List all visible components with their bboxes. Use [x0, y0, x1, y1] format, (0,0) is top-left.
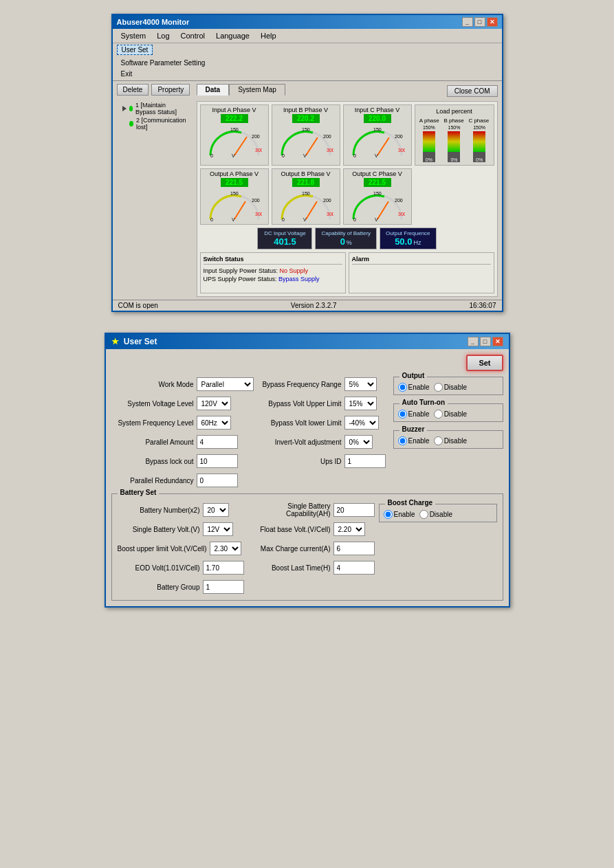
battery-grid: Battery Number(x2) 20 161822 Single Batt… [118, 502, 497, 594]
buzzer-enable-label[interactable]: Enable [398, 436, 430, 445]
input-a-label: Input A Phase V [212, 107, 256, 113]
load-bar-c: 0% [473, 131, 485, 162]
load-c-top: 150% [473, 125, 485, 130]
battery-number-label: Battery Number(x2) [118, 507, 200, 514]
auto-turnon-group: Auto Turn-on Enable Disable [393, 403, 503, 422]
svg-text:200: 200 [252, 134, 260, 139]
boost-charge-enable-text: Enable [394, 511, 415, 518]
boost-upper-label: Boost upper limit Volt.(V/Cell) [118, 545, 207, 553]
bypass-volt-lower-select[interactable]: -40% -30% -20% [344, 416, 379, 430]
set-button[interactable]: Set [466, 355, 503, 371]
parallel-amount-input[interactable] [197, 435, 238, 449]
output-freq-label: Output Frequence [386, 230, 430, 236]
tab-data[interactable]: Data [197, 84, 230, 96]
battery-group-label: Battery Group [118, 583, 200, 591]
bypass-lockout-row: Bypass lock out [111, 454, 254, 469]
maximize-button[interactable]: □ [474, 17, 485, 27]
parallel-redundancy-input[interactable] [197, 474, 238, 487]
boost-charge-enable-label[interactable]: Enable [384, 510, 415, 519]
bypass-lockout-input[interactable] [197, 454, 238, 468]
bypass-freq-range-select[interactable]: 5% 10% 15% [344, 377, 377, 391]
buzzer-disable-radio[interactable] [434, 436, 443, 445]
boost-upper-row: Boost upper limit Volt.(V/Cell) 2.30 2.3… [118, 541, 244, 556]
user-set-minimize-button[interactable]: _ [468, 337, 479, 346]
svg-line-6 [306, 137, 318, 155]
tree-label-1[interactable]: 1 [Maintain Bypass Status] [135, 102, 186, 115]
auto-turnon-enable-label[interactable]: Enable [398, 410, 430, 419]
boost-charge-enable-radio[interactable] [384, 510, 393, 519]
menu-system[interactable]: System [116, 30, 152, 41]
input-c-gauge: Input C Phase V 220.0 0 150 200 300 V [343, 104, 412, 166]
menu-log[interactable]: Log [151, 30, 175, 41]
title-star: ★ [111, 337, 119, 346]
battery-group-input[interactable] [203, 580, 244, 594]
max-charge-current-input[interactable] [333, 542, 375, 555]
output-c-label: Output C Phase V [352, 170, 402, 177]
output-c-gauge: Output C Phase V 221.5 0 150 200 300 V [343, 168, 412, 225]
system-frequency-select[interactable]: 60Hz 50Hz [197, 416, 231, 430]
auto-turnon-disable-label[interactable]: Disable [434, 410, 467, 419]
invert-volt-select[interactable]: 0% 1% 2% [344, 435, 373, 449]
svg-line-18 [234, 201, 245, 219]
eod-volt-input[interactable] [203, 561, 244, 575]
placeholder-area [415, 168, 494, 225]
boost-last-time-input[interactable] [333, 561, 375, 575]
load-c-value: 0% [473, 157, 485, 162]
user-set-close-button[interactable]: ✕ [492, 337, 503, 346]
battery-col-1: Battery Number(x2) 20 161822 Single Batt… [118, 502, 244, 594]
close-com-button[interactable]: Close COM [447, 85, 498, 97]
property-button[interactable]: Property [151, 84, 190, 96]
bypass-volt-upper-label: Bypass Volt Upper Limit [259, 400, 342, 408]
auto-turnon-disable-radio[interactable] [434, 410, 443, 419]
battery-number-select[interactable]: 20 161822 [203, 503, 229, 517]
auto-turnon-enable-radio[interactable] [398, 410, 407, 419]
software-param-link[interactable]: Software Parameter Setting [117, 58, 498, 68]
minimize-button[interactable]: _ [462, 17, 473, 27]
switch-alarm-row: Switch Status Input Supply Power Status:… [200, 252, 494, 293]
ups-id-input[interactable] [344, 454, 386, 468]
output-enable-radio[interactable] [398, 383, 407, 392]
output-enable-label[interactable]: Enable [398, 383, 430, 392]
input-b-svg: 0 150 200 300 V [278, 124, 333, 159]
output-disable-label[interactable]: Disable [434, 383, 467, 392]
boost-charge-disable-radio[interactable] [419, 510, 428, 519]
tree-label-2[interactable]: 2 [Communication lost] [136, 117, 187, 131]
tree-area: 1 [Maintain Bypass Status] 2 [Communicat… [117, 98, 193, 134]
output-c-svg: 0 150 200 300 V [350, 188, 405, 223]
output-a-label: Output A Phase V [210, 170, 259, 177]
menu-control[interactable]: Control [175, 30, 210, 41]
buzzer-enable-radio[interactable] [398, 436, 407, 445]
load-b-top: 150% [448, 125, 461, 130]
menu-language[interactable]: Language [210, 30, 255, 41]
close-button[interactable]: ✕ [487, 17, 498, 27]
system-voltage-select[interactable]: 120V 220V 240V [197, 397, 231, 410]
bypass-volt-upper-row: Bypass Volt Upper Limit 15% 10% 20% [259, 396, 388, 411]
load-bar-a-fill [423, 131, 435, 152]
single-battery-volt-select[interactable]: 12V 6V [203, 522, 233, 536]
float-base-volt-select[interactable]: 2.20 2.252.30 [333, 522, 365, 536]
tree-expand-1[interactable] [122, 106, 127, 111]
svg-text:300: 300 [398, 212, 405, 216]
output-c-value: 221.5 [364, 178, 391, 187]
boost-charge-disable-label[interactable]: Disable [419, 510, 452, 519]
ups-id-row: Ups ID [259, 454, 388, 469]
bypass-freq-range-row: Bypass Frequency Range 5% 10% 15% [259, 377, 388, 392]
boost-upper-select[interactable]: 2.30 2.352.40 [210, 542, 241, 555]
exit-link[interactable]: Exit [117, 69, 498, 79]
bypass-volt-upper-select[interactable]: 15% 10% 20% [344, 397, 377, 410]
buzzer-disable-label[interactable]: Disable [434, 436, 467, 445]
delete-button[interactable]: Delete [117, 84, 149, 96]
work-mode-select[interactable]: Parallel Single Redundancy [197, 377, 254, 391]
input-c-label: Input C Phase V [355, 107, 400, 113]
tab-system-map[interactable]: System Map [229, 84, 285, 96]
single-battery-cap-input[interactable] [333, 503, 375, 517]
switch-status-box: Switch Status Input Supply Power Status:… [200, 252, 346, 293]
load-a-top: 150% [423, 125, 435, 130]
output-group-title: Output [399, 372, 428, 379]
user-set-menu-item[interactable]: User Set [117, 45, 153, 55]
menu-help[interactable]: Help [255, 30, 282, 41]
output-disable-radio[interactable] [434, 383, 443, 392]
bypass-volt-lower-row: Bypass Volt lower Limit -40% -30% -20% [259, 415, 388, 430]
svg-text:V: V [303, 217, 307, 222]
user-set-maximize-button[interactable]: □ [480, 337, 491, 346]
